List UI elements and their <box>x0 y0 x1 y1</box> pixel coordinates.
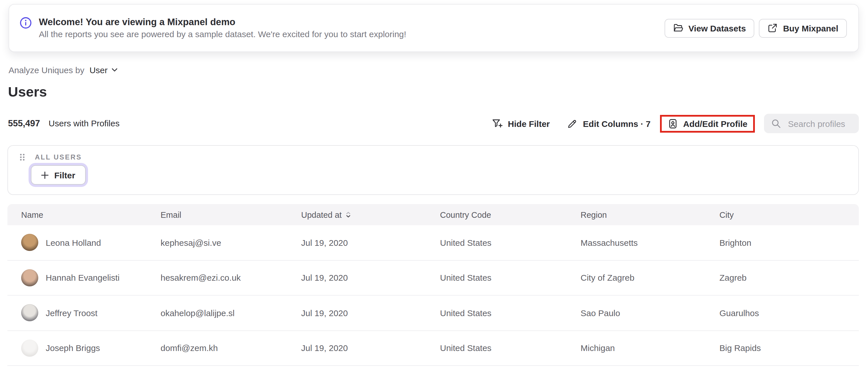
annotation-red-box: Add/Edit Profile <box>660 115 755 132</box>
avatar <box>21 304 38 322</box>
column-header-email[interactable]: Email <box>161 210 301 219</box>
add-edit-profile-label: Add/Edit Profile <box>683 119 747 128</box>
view-datasets-label: View Datasets <box>688 23 746 33</box>
filter-group-label: ALL USERS <box>35 153 82 161</box>
add-filter-label: Filter <box>54 170 75 180</box>
avatar <box>21 340 38 357</box>
column-header-country-code[interactable]: Country Code <box>440 210 581 219</box>
user-name: Joseph Briggs <box>46 343 100 353</box>
filter-panel: ALL USERS Filter <box>7 145 859 195</box>
user-country: United States <box>440 343 581 353</box>
buy-mixpanel-button[interactable]: Buy Mixpanel <box>759 19 847 37</box>
buy-mixpanel-label: Buy Mixpanel <box>783 23 838 33</box>
edit-columns-button[interactable]: Edit Columns · 7 <box>567 118 651 129</box>
hide-filter-label: Hide Filter <box>508 119 550 128</box>
table-row[interactable]: Jeffrey Troost okahelop@lalijpe.sl Jul 1… <box>7 296 859 331</box>
analyze-uniques-by-label: Analyze Uniques by <box>8 65 84 75</box>
user-updated-at: Jul 19, 2020 <box>301 273 440 283</box>
banner-subtitle: All the reports you see are powered by a… <box>39 28 406 40</box>
column-header-name[interactable]: Name <box>21 210 161 219</box>
column-header-updated-at[interactable]: Updated at <box>301 210 440 219</box>
id-badge-icon <box>667 118 678 129</box>
search-icon <box>771 118 781 129</box>
demo-banner: Welcome! You are viewing a Mixpanel demo… <box>8 4 859 52</box>
user-name: Hannah Evangelisti <box>46 273 120 283</box>
search-profiles-box[interactable] <box>764 114 859 133</box>
external-link-icon <box>768 23 778 33</box>
avatar <box>21 234 38 251</box>
column-header-city[interactable]: City <box>719 210 845 219</box>
search-profiles-input[interactable] <box>787 118 859 129</box>
user-email: domfi@zem.kh <box>161 343 301 353</box>
user-region: Sao Paulo <box>581 308 719 318</box>
user-email: kephesaj@si.ve <box>161 238 301 247</box>
user-region: Michigan <box>581 343 719 353</box>
user-name: Leona Holland <box>46 238 101 247</box>
user-email: okahelop@lalijpe.sl <box>161 308 301 318</box>
user-region: City of Zagreb <box>581 273 719 283</box>
user-country: United States <box>440 308 581 318</box>
user-city: Guarulhos <box>719 308 845 318</box>
user-country: United States <box>440 273 581 283</box>
user-email: hesakrem@ezi.co.uk <box>161 273 301 283</box>
user-region: Massachusetts <box>581 238 719 247</box>
users-page: Welcome! You are viewing a Mixpanel demo… <box>0 0 868 367</box>
user-count-label: Users with Profiles <box>49 118 119 128</box>
avatar <box>21 269 38 286</box>
user-updated-at: Jul 19, 2020 <box>301 238 440 247</box>
users-table: Name Email Updated at Country Code Regio… <box>7 204 859 366</box>
user-city: Big Rapids <box>719 343 845 353</box>
user-city: Zagreb <box>719 273 845 283</box>
user-name: Jeffrey Troost <box>46 308 97 318</box>
edit-columns-label: Edit Columns · 7 <box>583 119 651 128</box>
folder-icon <box>673 23 683 33</box>
user-country: United States <box>440 238 581 247</box>
analyze-by-selected: User <box>89 65 107 75</box>
drag-handle-icon[interactable] <box>20 153 25 161</box>
analyze-by-dropdown[interactable]: User <box>89 65 118 75</box>
view-datasets-button[interactable]: View Datasets <box>664 19 754 37</box>
table-row[interactable]: Leona Holland kephesaj@si.ve Jul 19, 202… <box>7 225 859 261</box>
add-edit-profile-button[interactable]: Add/Edit Profile <box>667 118 747 129</box>
user-updated-at: Jul 19, 2020 <box>301 343 440 353</box>
add-filter-button[interactable]: Filter <box>31 165 86 185</box>
banner-title: Welcome! You are viewing a Mixpanel demo <box>39 16 406 28</box>
user-city: Brighton <box>719 238 845 247</box>
table-header-row: Name Email Updated at Country Code Regio… <box>7 204 859 225</box>
user-updated-at: Jul 19, 2020 <box>301 308 440 318</box>
page-title: Users <box>8 84 47 100</box>
funnel-plus-icon <box>491 118 503 129</box>
hide-filter-button[interactable]: Hide Filter <box>491 118 550 129</box>
column-header-region[interactable]: Region <box>581 210 719 219</box>
user-count: 555,497 <box>8 118 40 129</box>
sort-icon[interactable] <box>346 211 351 218</box>
table-row[interactable]: Joseph Briggs domfi@zem.kh Jul 19, 2020 … <box>7 331 859 366</box>
analyze-bar: Analyze Uniques by User <box>8 65 118 75</box>
info-icon <box>20 17 32 29</box>
plus-icon <box>41 171 49 179</box>
table-row[interactable]: Hannah Evangelisti hesakrem@ezi.co.uk Ju… <box>7 261 859 296</box>
pencil-icon <box>567 118 578 129</box>
chevron-down-icon <box>112 68 118 72</box>
stats-toolbar-row: 555,497 Users with Profiles Hide Filter <box>8 112 859 135</box>
